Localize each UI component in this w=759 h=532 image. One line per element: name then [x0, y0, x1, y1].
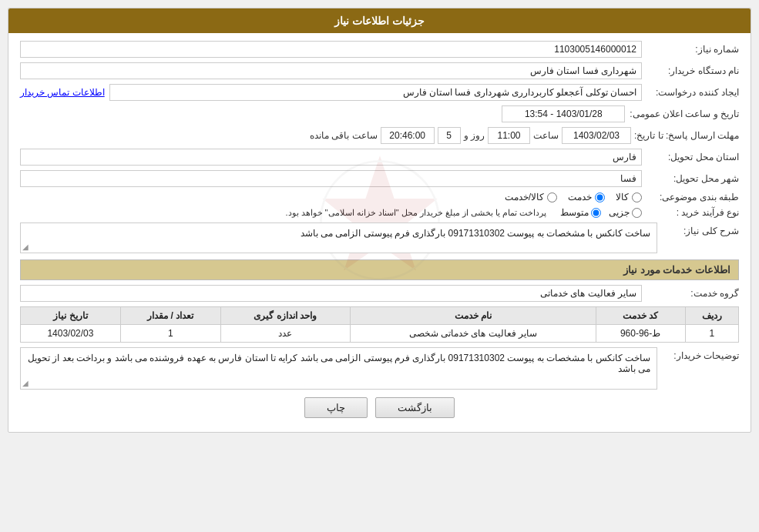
response-days-value: 5 — [438, 127, 461, 144]
need-number-value: 1103005146000012 — [20, 41, 642, 58]
response-days-label: روز و — [464, 130, 485, 141]
response-deadline-label: مهلت ارسال پاسخ: تا تاریخ: — [634, 130, 739, 141]
buyer-org-value: شهرداری فسا استان فارس — [20, 62, 642, 79]
service-group-value: سایر فعالیت های خدماتی — [20, 285, 642, 302]
buyer-org-label: نام دستگاه خریدار: — [646, 65, 739, 76]
category-radio-khedmat[interactable] — [595, 192, 605, 202]
page-header: جزئیات اطلاعات نیاز — [8, 8, 751, 33]
back-button[interactable]: بازگشت — [375, 397, 455, 418]
table-header-date: تاریخ نیاز — [21, 307, 121, 325]
announcement-date-label: تاریخ و ساعت اعلان عمومی: — [630, 109, 739, 119]
response-time-label: ساعت — [533, 130, 559, 141]
creator-contact-link[interactable]: اطلاعات تماس خریدار — [20, 87, 105, 98]
announcement-date-value: 1403/01/28 - 13:54 — [502, 105, 625, 122]
response-time-value: 11:00 — [488, 127, 530, 144]
category-option-kala-khedmat[interactable]: کالا/خدمت — [505, 192, 557, 202]
category-radio-group: کالا خدمت کالا/خدمت — [505, 192, 642, 202]
table-header-code: کد خدمت — [596, 307, 685, 325]
purchase-type-note: پرداخت تمام یا بخشی از مبلغ خریدار محل "… — [285, 208, 546, 218]
province-value: فارس — [20, 149, 642, 166]
purchase-option-motavasset[interactable]: متوسط — [560, 207, 601, 218]
buyer-desc-value: ساخت کانکس با مشخصات به پیوست 0917131030… — [20, 347, 657, 390]
need-number-label: شماره نیاز: — [646, 44, 739, 55]
province-label: استان محل تحویل: — [646, 152, 739, 162]
purchase-radio-jozi[interactable] — [632, 208, 642, 218]
creator-value: احسان توکلی آعجعلو کاربردارری شهرداری فس… — [109, 84, 642, 101]
category-option-kala[interactable]: کالا — [616, 192, 642, 202]
table-header-name: نام خدمت — [350, 307, 596, 325]
category-option-khedmat[interactable]: خدمت — [568, 192, 605, 202]
purchase-type-group: جزیی متوسط پرداخت تمام یا بخشی از مبلغ خ… — [20, 207, 642, 218]
buyer-desc-label: توضیحات خریدار: — [662, 347, 739, 361]
service-group-label: گروه خدمت: — [646, 288, 739, 299]
table-header-rownum: ردیف — [685, 307, 738, 325]
response-remaining-label: ساعت باقی مانده — [310, 130, 378, 141]
button-row: بازگشت چاپ — [20, 397, 739, 424]
response-remaining-value: 20:46:00 — [381, 127, 435, 144]
response-date-value: 1403/02/03 — [562, 127, 631, 144]
purchase-option-jozi[interactable]: جزیی — [609, 207, 642, 218]
table-row: 1ط-96-960سایر فعالیت های خدماتی شخصیعدد1… — [21, 325, 739, 343]
category-radio-kala[interactable] — [632, 192, 642, 202]
table-header-unit: واحد اندازه گیری — [220, 307, 350, 325]
city-value: فسا — [20, 170, 642, 187]
services-table: ردیف کد خدمت نام خدمت واحد اندازه گیری ت… — [20, 306, 739, 343]
category-label: طبقه بندی موضوعی: — [646, 192, 739, 202]
table-header-qty: تعداد / مقدار — [120, 307, 220, 325]
print-button[interactable]: چاپ — [304, 397, 368, 418]
services-section-header: اطلاعات خدمات مورد نیاز — [20, 259, 739, 280]
general-desc-value: ساخت کانکس با مشخصات به پیوست 0917131030… — [20, 223, 657, 253]
purchase-type-label: نوع فرآیند خرید : — [646, 207, 739, 218]
purchase-radio-motavasset[interactable] — [591, 208, 601, 218]
creator-label: ایجاد کننده درخواست: — [646, 87, 739, 98]
general-desc-label: شرح کلی نیاز: — [662, 223, 739, 236]
city-label: شهر محل تحویل: — [646, 173, 739, 184]
category-radio-kala-khedmat[interactable] — [547, 192, 557, 202]
